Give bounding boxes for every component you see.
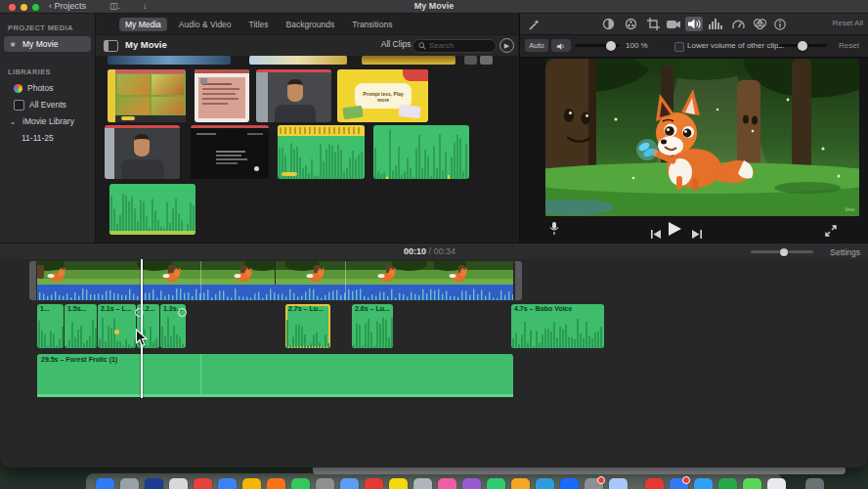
reset-volume-button[interactable]: Reset [839,41,859,50]
play-icon[interactable] [669,222,681,240]
music-clip-label: 29.5s – Forest Frolic (1) [41,356,117,363]
trim-handle-right[interactable] [515,261,522,300]
color-correction-icon[interactable] [622,17,639,31]
auto-volume-button[interactable]: Auto [525,39,548,52]
video-track-audio[interactable] [37,285,513,300]
mute-button[interactable] [551,39,571,52]
stabilization-icon[interactable] [665,17,682,31]
thumbnail-sliver[interactable] [480,56,493,65]
skip-forward-icon[interactable] [692,225,702,243]
timeline-audio-clip[interactable]: 1... [37,304,64,348]
thumbnail-sliver[interactable] [108,56,231,65]
dock-app-icon[interactable] [145,478,163,489]
dock-app-icon[interactable] [169,478,188,489]
dock-app-icon[interactable] [413,478,432,489]
dock-app-icon[interactable] [96,478,114,489]
dock-app-icon[interactable] [511,478,530,489]
color-balance-icon[interactable] [599,17,617,31]
sidebar-item-all-events[interactable]: All Events [10,97,91,112]
dock-app-icon[interactable] [389,478,408,489]
disclosure-chevron-icon[interactable]: ⌄ [8,117,18,126]
clip-filter-icon[interactable] [751,17,768,31]
dock-app-icon[interactable] [194,478,212,489]
dock-app-icon[interactable] [767,478,786,489]
dock-app-icon[interactable] [438,478,456,489]
dock-app-icon[interactable] [670,478,688,489]
timeline-audio-clip[interactable]: 2.1s – L... [98,304,136,348]
sidebar-item-photos[interactable]: Photos [10,80,91,96]
tab-my-media[interactable]: My Media [119,18,167,31]
timeline-audio-clip[interactable]: 2.6s – Lu... [352,304,393,348]
crop-icon[interactable] [644,17,662,31]
timeline-audio-clip[interactable]: 2.7s – Lu... [285,304,330,348]
continuous-playback-icon[interactable]: ▶ [499,38,514,53]
thumbnail-fox-grid[interactable] [108,69,186,122]
skip-back-icon[interactable] [651,225,661,243]
dock-app-icon[interactable] [462,478,481,489]
sidebar-item-my-movie[interactable]: ★ My Movie [4,36,91,52]
dock-app-icon[interactable] [242,478,261,489]
dock-app-icon[interactable] [291,478,310,489]
thumbnail-audio-waveform[interactable] [373,125,469,179]
thumbnail-terminal[interactable] [191,125,269,179]
video-track-filmstrip[interactable] [37,261,513,285]
lower-volume-checkbox[interactable] [674,42,684,52]
timeline-audio-clip[interactable]: 1.5s... [65,304,97,348]
volume-icon[interactable] [685,17,703,31]
volume-slider[interactable] [575,44,620,47]
dock-app-icon[interactable] [120,478,139,489]
timeline-settings-button[interactable]: Settings [830,247,860,257]
speed-icon[interactable] [729,17,747,31]
thumbnail-sliver[interactable] [464,56,477,65]
sidebar-item-imovie-library[interactable]: ⌄ iMovie Library [4,113,91,129]
enhance-wand-icon[interactable] [528,18,541,35]
microphone-icon[interactable] [549,222,559,240]
dock-app-icon[interactable] [218,478,237,489]
thumbnail-document[interactable] [195,69,249,122]
sidebar-toggle-icon[interactable] [104,40,118,52]
search-input[interactable]: Search [412,39,497,53]
tab-titles[interactable]: Titles [243,18,275,31]
dock-app-icon[interactable] [805,478,824,489]
background-music-clip[interactable]: 29.5s – Forest Frolic (1) [37,354,513,397]
dock-app-icon[interactable] [609,478,628,489]
thumbnail-caption: Prompt less, Play more [359,91,408,103]
audio-badge-icon [135,308,144,317]
thumbnail-audio-highlighted[interactable] [278,125,365,179]
fullscreen-icon[interactable] [825,223,837,241]
thumbnail-yellow-promo[interactable]: Prompt less, Play more [337,69,428,122]
thumbnail-sliver[interactable] [362,56,456,65]
dock-app-icon[interactable] [560,478,579,489]
video-preview[interactable]: Veo [545,59,859,216]
dock-app-icon[interactable] [316,478,334,489]
clip-waveform [37,315,64,348]
dock-app-icon[interactable] [585,478,603,489]
dock-app-icon[interactable] [743,478,761,489]
ducking-slider[interactable] [778,44,827,47]
dock-app-icon[interactable] [536,478,554,489]
browser-title: My Movie [125,39,167,50]
thumbnail-webcam-presenter[interactable] [256,69,331,122]
tab-transitions[interactable]: Transitions [346,18,398,31]
clip-label: 2.7s – Lu... [288,305,324,312]
dock-app-icon[interactable] [340,478,359,489]
trim-handle-left[interactable] [29,261,36,300]
reset-all-button[interactable]: Reset All [832,19,863,27]
thumbnail-audio-waveform-2[interactable] [109,184,195,235]
thumbnail-sliver[interactable] [249,56,347,65]
tab-audio-video[interactable]: Audio & Video [173,18,238,31]
beat-marker-icon [114,330,119,334]
noise-equalizer-icon[interactable] [707,17,724,31]
dock-app-icon[interactable] [487,478,505,489]
dock-app-icon[interactable] [645,478,664,489]
sidebar-item-event-11-11-25[interactable]: 11-11-25 [18,130,91,146]
timeline-zoom-slider[interactable] [751,250,813,253]
timeline-audio-clip[interactable]: 4.7s – Bobo Voice [511,304,604,348]
thumbnail-webcam-presenter-2[interactable] [105,125,180,179]
clip-info-icon[interactable] [771,17,789,31]
tab-backgrounds[interactable]: Backgrounds [281,18,341,31]
dock-app-icon[interactable] [267,478,285,489]
dock-app-icon[interactable] [694,478,713,489]
dock-app-icon[interactable] [718,478,737,489]
dock-app-icon[interactable] [365,478,383,489]
